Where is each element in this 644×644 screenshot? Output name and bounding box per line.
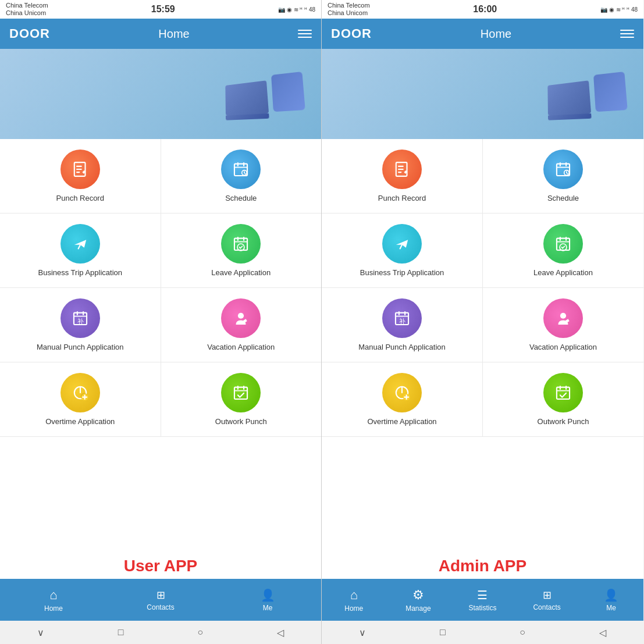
menu-item-vacation-right[interactable]: Vacation Application <box>483 288 643 362</box>
nav-home-left[interactable]: ⌂ Home <box>0 588 107 613</box>
menu-item-manual-punch-left[interactable]: 补 Manual Punch Application <box>0 288 161 362</box>
header-title-right: Home <box>481 27 511 41</box>
sys-back-left[interactable]: ∨ <box>37 627 44 638</box>
menu-row-3-left: 补 Manual Punch Application Vacation Appl… <box>0 288 321 362</box>
overtime-icon-left <box>61 373 100 412</box>
nav-home-right[interactable]: ⌂ Home <box>322 588 386 613</box>
vacation-label-left: Vacation Application <box>207 343 275 351</box>
menu-item-leave-left[interactable]: Leave Application <box>161 214 322 287</box>
menu-item-punch-record-left[interactable]: Punch Record <box>0 139 161 213</box>
header-title-left: Home <box>158 27 189 41</box>
sys-recent-right[interactable]: ◁ <box>599 627 606 638</box>
nav-me-right[interactable]: 👤 Me <box>579 588 643 612</box>
home-label-left: Home <box>44 604 63 613</box>
me-icon-left: 👤 <box>261 588 275 602</box>
svg-text:补: 补 <box>77 318 83 325</box>
carrier1-right: China Telecom <box>328 2 370 9</box>
menu-item-vacation-left[interactable]: Vacation Application <box>161 288 322 362</box>
logo-left: DOOR <box>9 26 50 41</box>
menu-item-manual-punch-right[interactable]: 补 Manual Punch Application <box>322 288 483 362</box>
outwork-svg-right <box>553 383 573 403</box>
user-app-panel: China Telecom China Unicom 15:59 📷 ◉ ≋ ᴴ… <box>0 0 322 644</box>
menu-item-schedule-right[interactable]: Schedule <box>483 139 643 213</box>
manual-punch-icon-right: 补 <box>382 298 422 338</box>
sys-home-left[interactable]: □ <box>118 627 124 638</box>
svg-point-11 <box>244 172 245 173</box>
menu-row-4-left: Overtime Application Outwork Punch <box>0 362 321 437</box>
overtime-svg-right <box>392 383 412 403</box>
bottom-nav-right: ⌂ Home ⚙ Manage ☰ Statistics ⊞ Contacts … <box>322 579 643 621</box>
signal-icons-right: 📷 ◉ ≋ ᴴ ᴴ 48 <box>600 6 638 13</box>
business-trip-label-left: Business Trip Application <box>38 268 122 277</box>
nav-manage-right[interactable]: ⚙ Manage <box>386 588 451 613</box>
app-header-left: DOOR Home <box>0 19 321 49</box>
home-icon-right: ⌂ <box>350 588 358 603</box>
overtime-icon-right <box>382 373 422 412</box>
outwork-label-right: Outwork Punch <box>538 417 589 426</box>
manual-punch-label-left: Manual Punch Application <box>37 343 124 351</box>
home-icon-left: ⌂ <box>49 588 57 603</box>
menu-item-overtime-left[interactable]: Overtime Application <box>0 362 161 436</box>
business-trip-svg-left <box>70 234 90 254</box>
menu-grid-right: Punch Record Schedule <box>322 139 643 553</box>
sys-circle-left[interactable]: ○ <box>198 627 204 638</box>
leave-label-left: Leave Application <box>211 268 271 277</box>
hamburger-menu-left[interactable] <box>298 30 312 38</box>
app-label-text-left: User APP <box>124 557 198 575</box>
sys-recent-left[interactable]: ◁ <box>277 627 284 638</box>
manual-punch-icon-left: 补 <box>61 298 100 338</box>
contacts-icon-right: ⊞ <box>543 589 552 602</box>
leave-icon-left <box>221 224 261 264</box>
status-bar-right: China Telecom China Unicom 16:00 📷 ◉ ≋ ᴴ… <box>322 0 643 19</box>
menu-row-1-left: Punch Record Schedule <box>0 139 321 214</box>
statistics-icon-right: ☰ <box>477 588 488 602</box>
signal-icons-left: 📷 ◉ ≋ ᴴ ᴴ 48 <box>278 6 315 13</box>
nav-contacts-left[interactable]: ⊞ Contacts <box>107 589 214 611</box>
banner-illustration-left <box>222 72 305 116</box>
sys-circle-right[interactable]: ○ <box>520 627 525 638</box>
carrier2-left: China Unicom <box>6 9 48 17</box>
me-label-left: Me <box>263 604 273 612</box>
punch-record-label-right: Punch Record <box>378 194 426 202</box>
status-icons-right: 📷 ◉ ≋ ᴴ ᴴ 48 <box>600 6 638 13</box>
contacts-label-left: Contacts <box>147 603 174 611</box>
hamburger-line2-right <box>620 33 634 34</box>
sys-back-right[interactable]: ∨ <box>359 627 366 638</box>
menu-item-outwork-left[interactable]: Outwork Punch <box>161 362 322 436</box>
menu-item-outwork-right[interactable]: Outwork Punch <box>483 362 643 436</box>
status-icons-left: 📷 ◉ ≋ ᴴ ᴴ 48 <box>278 6 315 13</box>
schedule-icon-left <box>221 150 261 189</box>
menu-item-punch-record-right[interactable]: Punch Record <box>322 139 483 213</box>
svg-text:补: 补 <box>399 318 405 325</box>
manual-punch-svg-left: 补 <box>70 308 90 328</box>
punch-record-svg-left <box>70 159 90 179</box>
menu-item-business-trip-right[interactable]: Business Trip Application <box>322 214 483 287</box>
laptop-icon-left <box>225 80 269 116</box>
me-label-right: Me <box>606 604 616 612</box>
admin-app-panel: China Telecom China Unicom 16:00 📷 ◉ ≋ ᴴ… <box>322 0 643 644</box>
time-right: 16:00 <box>473 4 497 15</box>
nav-me-left[interactable]: 👤 Me <box>214 588 321 612</box>
carrier-info-right: China Telecom China Unicom <box>328 2 370 17</box>
svg-point-26 <box>238 313 244 319</box>
app-label-text-right: Admin APP <box>439 557 526 575</box>
sys-home-right[interactable]: □ <box>440 627 446 638</box>
manage-label-right: Manage <box>405 604 430 613</box>
menu-item-schedule-left[interactable]: Schedule <box>161 139 322 213</box>
menu-item-business-trip-left[interactable]: Business Trip Application <box>0 214 161 287</box>
hamburger-menu-right[interactable] <box>620 30 634 38</box>
carrier-info-left: China Telecom China Unicom <box>6 2 48 17</box>
punch-record-icon-left <box>61 150 100 189</box>
home-label-right: Home <box>344 604 363 613</box>
hamburger-line1-right <box>620 30 634 31</box>
sys-nav-right: ∨ □ ○ ◁ <box>322 621 643 644</box>
business-trip-icon-left <box>61 224 100 264</box>
banner-illustration-right <box>544 72 627 116</box>
menu-item-leave-right[interactable]: Leave Application <box>483 214 643 287</box>
nav-contacts-right[interactable]: ⊞ Contacts <box>515 589 579 611</box>
menu-item-overtime-right[interactable]: Overtime Application <box>322 362 483 436</box>
carrier2-right: China Unicom <box>328 9 370 17</box>
me-icon-right: 👤 <box>604 588 618 602</box>
manual-punch-svg-right: 补 <box>392 308 412 328</box>
nav-statistics-right[interactable]: ☰ Statistics <box>450 588 515 612</box>
